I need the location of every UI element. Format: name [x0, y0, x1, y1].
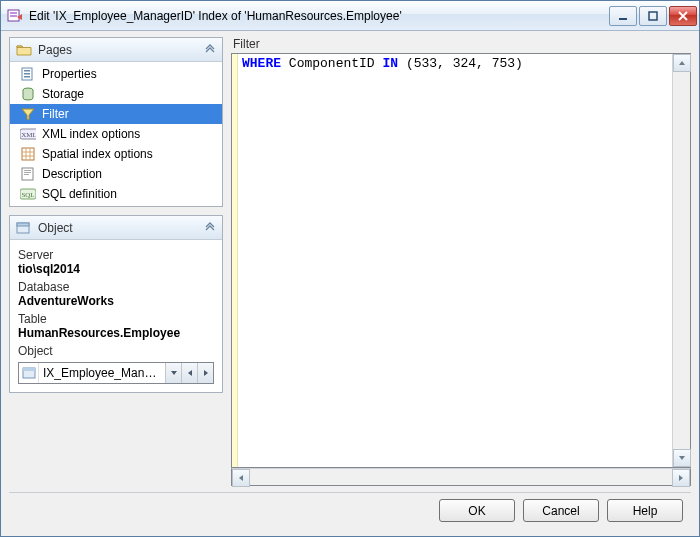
collapse-icon — [204, 42, 216, 57]
dialog-window: Edit 'IX_Employee_ManagerID' Index of 'H… — [0, 0, 700, 537]
svg-rect-14 — [24, 170, 31, 171]
svg-rect-15 — [24, 172, 31, 173]
sql-column: ComponentID — [289, 56, 375, 71]
svg-rect-7 — [24, 73, 30, 75]
page-spatial-options[interactable]: Spatial index options — [10, 144, 222, 164]
page-xml-options[interactable]: XML XML index options — [10, 124, 222, 144]
description-icon — [20, 167, 36, 181]
svg-text:SQL: SQL — [21, 191, 34, 199]
cancel-button[interactable]: Cancel — [523, 499, 599, 522]
page-label: Spatial index options — [42, 147, 153, 161]
svg-rect-1 — [10, 12, 17, 14]
close-button[interactable] — [669, 6, 697, 26]
collapse-icon — [204, 220, 216, 235]
dialog-client: Pages Properties — [1, 31, 699, 536]
pages-title: Pages — [38, 43, 204, 57]
page-label: Properties — [42, 67, 97, 81]
svg-rect-16 — [24, 174, 29, 175]
server-value: tio\sql2014 — [18, 262, 214, 276]
window-controls — [609, 6, 697, 26]
ok-button[interactable]: OK — [439, 499, 515, 522]
database-value: AdventureWorks — [18, 294, 214, 308]
sidebar: Pages Properties — [9, 37, 223, 486]
svg-rect-3 — [619, 18, 627, 20]
filter-icon — [20, 107, 36, 121]
svg-rect-22 — [23, 368, 35, 371]
scroll-track[interactable] — [673, 72, 690, 449]
filter-label: Filter — [231, 37, 691, 53]
next-object-button[interactable] — [197, 363, 213, 383]
svg-rect-2 — [10, 15, 17, 17]
page-storage[interactable]: Storage — [10, 84, 222, 104]
scroll-down-button[interactable] — [673, 449, 691, 467]
svg-rect-12 — [22, 148, 34, 160]
object-panel: Object Server tio\sql2014 Database Adven… — [9, 215, 223, 393]
window-title: Edit 'IX_Employee_ManagerID' Index of 'H… — [29, 9, 609, 23]
scroll-track[interactable] — [250, 469, 672, 485]
object-label: Object — [18, 344, 214, 358]
horizontal-scrollbar[interactable] — [231, 468, 691, 486]
page-label: Filter — [42, 107, 69, 121]
page-sql-definition[interactable]: SQL SQL definition — [10, 184, 222, 204]
object-title: Object — [38, 221, 204, 235]
dropdown-button[interactable] — [165, 363, 181, 383]
maximize-button[interactable] — [639, 6, 667, 26]
pages-list: Properties Storage Filter — [10, 62, 222, 206]
table-label: Table — [18, 312, 214, 326]
storage-icon — [20, 87, 36, 101]
index-icon — [19, 363, 39, 383]
page-filter[interactable]: Filter — [10, 104, 222, 124]
minimize-button[interactable] — [609, 6, 637, 26]
sql-keyword: IN — [382, 56, 398, 71]
help-button[interactable]: Help — [607, 499, 683, 522]
svg-rect-6 — [24, 70, 30, 72]
object-selector[interactable]: IX_Employee_ManagerID — [18, 362, 214, 384]
object-panel-header[interactable]: Object — [10, 216, 222, 240]
folder-icon — [16, 42, 32, 58]
pages-panel: Pages Properties — [9, 37, 223, 207]
sql-icon: SQL — [20, 187, 36, 201]
pages-panel-header[interactable]: Pages — [10, 38, 222, 62]
editor-content[interactable]: WHERE ComponentID IN (533, 324, 753) — [238, 54, 672, 467]
titlebar[interactable]: Edit 'IX_Employee_ManagerID' Index of 'H… — [1, 1, 699, 31]
sql-args: (533, 324, 753) — [406, 56, 523, 71]
table-value: HumanResources.Employee — [18, 326, 214, 340]
object-icon — [16, 220, 32, 236]
scroll-up-button[interactable] — [673, 54, 691, 72]
prev-object-button[interactable] — [181, 363, 197, 383]
properties-icon — [20, 67, 36, 81]
svg-text:XML: XML — [21, 131, 36, 139]
object-body: Server tio\sql2014 Database AdventureWor… — [10, 240, 222, 392]
svg-rect-4 — [649, 12, 657, 20]
dialog-buttons: OK Cancel Help — [9, 492, 691, 528]
vertical-scrollbar[interactable] — [672, 54, 690, 467]
page-label: XML index options — [42, 127, 140, 141]
sql-keyword: WHERE — [242, 56, 281, 71]
scroll-right-button[interactable] — [672, 469, 690, 487]
main-area: Filter WHERE ComponentID IN (533, 324, 7… — [231, 37, 691, 486]
page-label: Description — [42, 167, 102, 181]
page-description[interactable]: Description — [10, 164, 222, 184]
database-label: Database — [18, 280, 214, 294]
spatial-icon — [20, 147, 36, 161]
object-selector-value: IX_Employee_ManagerID — [39, 366, 165, 380]
svg-rect-20 — [17, 223, 29, 226]
svg-rect-8 — [24, 76, 30, 78]
scroll-left-button[interactable] — [232, 469, 250, 487]
app-icon — [7, 8, 23, 24]
page-label: SQL definition — [42, 187, 117, 201]
server-label: Server — [18, 248, 214, 262]
sql-editor[interactable]: WHERE ComponentID IN (533, 324, 753) — [231, 53, 691, 468]
page-properties[interactable]: Properties — [10, 64, 222, 84]
page-label: Storage — [42, 87, 84, 101]
xml-icon: XML — [20, 127, 36, 141]
